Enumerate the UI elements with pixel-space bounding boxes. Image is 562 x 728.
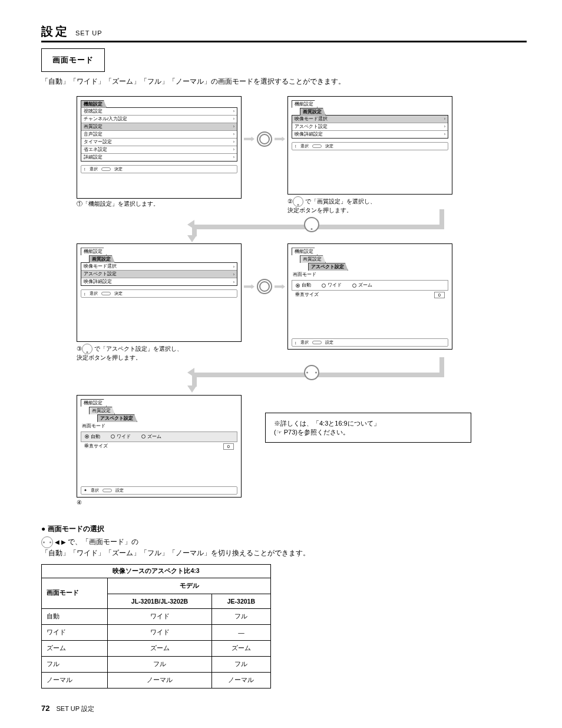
menu-item[interactable]: 映像詳細設定› (292, 131, 448, 138)
menu-item[interactable]: 映像モード選択› (81, 263, 237, 271)
step-2-caption: ② で「画質設定」を選択し、決定ボタンを押します。 (287, 196, 452, 215)
tab-aspect: アスペクト設定 (97, 414, 137, 422)
arrow-right-2 (244, 279, 285, 294)
aspect-table: 映像ソースのアスペクト比4:3 画面モード モデル JL-3201B/JL-32… (41, 564, 271, 689)
screen-mode-heading: ● 画面モードの選択 (41, 524, 527, 534)
step-3-caption: ③ で「アスペクト設定」を選択し、決定ボタンを押します。 (77, 344, 242, 362)
step-4-caption: ④ (77, 499, 242, 507)
hint-row: ↕選択 決定 (81, 165, 237, 173)
th-col2: JE-3201B (211, 594, 270, 608)
menu-item[interactable]: チャンネル/入力設定› (81, 116, 237, 123)
tab-main: 機能設定 (292, 248, 318, 255)
row-label: 画面モード (81, 422, 237, 430)
header-rule (41, 41, 527, 42)
help-box: ※詳しくは、「4:3と16:9について」 (☞ P73)を参照ください。 (265, 413, 471, 443)
vertical-size-value: 0 (434, 292, 445, 298)
table-row: フル フル フル (42, 656, 271, 672)
tab-main: 機能設定 (81, 248, 107, 255)
flow-diagram: 機能設定 視聴設定› チャンネル/入力設定› 画質設定› 音声設定› タイマー設… (41, 96, 527, 507)
table-row: ワイド ワイド — (42, 624, 271, 640)
row-label: 画面モード (292, 271, 448, 279)
vertical-size-value: 0 (223, 443, 234, 450)
page-header: 設定 SET UP (41, 24, 527, 39)
menu-item[interactable]: 音声設定› (81, 131, 237, 139)
option-row-selected[interactable]: 自動 ワイド ズーム (81, 431, 237, 442)
screen-picture-menu: 機能設定 画質設定 映像モード選択› アスペクト設定› 映像詳細設定› ↕選択 … (287, 96, 452, 195)
tab-picture: 画質設定 (300, 255, 326, 263)
table-row: 自動 ワイド フル (42, 608, 271, 624)
th-col1: JL-3201B/JL-3202B (108, 594, 212, 608)
tab-main: 機能設定 (292, 100, 318, 108)
hint-row: ↕選択 決定 (81, 289, 237, 298)
th-model: モデル (108, 578, 271, 594)
tab-main: 機能設定 (81, 100, 107, 108)
header-en: SET UP (75, 29, 103, 37)
step-1-caption: ①「機能設定」を選択します。 (77, 200, 242, 208)
table-row: ズーム ズーム ズーム (42, 640, 271, 656)
tab-picture: 画質設定 (89, 407, 115, 414)
left-right-tri-icon: ◀ ▶ (55, 539, 68, 545)
screen-aspect-options: 機能設定 画質設定 アスペクト設定 画面モード 自動 ワイド ズーム 垂直サイズ… (287, 243, 452, 350)
menu-item-selected[interactable]: 映像モード選択› (292, 116, 448, 123)
intro-text: 「自動」「ワイド」「ズーム」「フル」「ノーマル」の画面モードを選択することができ… (41, 77, 527, 87)
hint-row: ↕選択 決定 (292, 142, 448, 150)
mode-box: 画面モード (41, 48, 105, 72)
radio-on-icon (296, 284, 300, 288)
tab-aspect: アスペクト設定 (308, 263, 348, 271)
ok-button-icon (257, 131, 272, 147)
vertical-size-row: 垂直サイズ 0 (292, 291, 448, 299)
radio-off-icon (141, 434, 146, 439)
radio-off-icon (111, 434, 115, 439)
screen-mode-body: ◀ ▶ で、「画面モード」の 「自動」「ワイド」「ズーム」「フル」「ノーマル」を… (41, 536, 527, 558)
radio-off-icon (322, 284, 326, 288)
screen-aspect-final: 機能設定 画質設定 アスペクト設定 画面モード 自動 ワイド ズーム 垂直サイズ… (77, 395, 242, 498)
header-jp: 設定 (41, 24, 70, 39)
vertical-size-row: 垂直サイズ 0 (81, 442, 237, 451)
table-caption: 映像ソースのアスペクト比4:3 (41, 564, 271, 578)
ok-button-icon (257, 279, 272, 294)
screen-aspect-select: 機能設定 画質設定 映像モード選択› アスペクト設定› 映像詳細設定› ↕選択 … (77, 243, 242, 342)
menu-item[interactable]: アスペクト設定› (292, 123, 448, 131)
menu-item[interactable]: 映像詳細設定› (81, 278, 237, 285)
menu-item-selected[interactable]: 画質設定› (81, 123, 237, 131)
menu-item[interactable]: 詳細設定› (81, 154, 237, 161)
table-row: ノーマル ノーマル ノーマル (42, 672, 271, 688)
page-number: 72 (41, 704, 49, 713)
screen-main-menu: 機能設定 視聴設定› チャンネル/入力設定› 画質設定› 音声設定› タイマー設… (77, 96, 242, 199)
arrow-right-1 (244, 131, 285, 147)
radio-off-icon (352, 284, 356, 288)
radio-on-icon (85, 434, 89, 439)
hint-row: ✦選択 設定 (81, 486, 237, 495)
page-footer: 72 SET UP 設定 (41, 704, 527, 713)
menu-item[interactable]: 省エネ設定› (81, 146, 237, 154)
page-category: SET UP 設定 (57, 705, 94, 712)
th-mode: 画面モード (42, 578, 108, 608)
menu-item[interactable]: タイマー設定› (81, 139, 237, 146)
menu-item-selected[interactable]: アスペクト設定› (81, 271, 237, 278)
option-row[interactable]: 自動 ワイド ズーム (292, 280, 448, 291)
tab-main: 機能設定 (81, 399, 107, 407)
connector-2 (77, 368, 527, 391)
hint-row: ↕選択 設定 (292, 338, 448, 347)
connector-1 (77, 220, 527, 240)
tab-picture: 画質設定 (300, 108, 326, 116)
menu-item[interactable]: 視聴設定› (81, 108, 237, 116)
tab-picture: 画質設定 (89, 255, 115, 263)
